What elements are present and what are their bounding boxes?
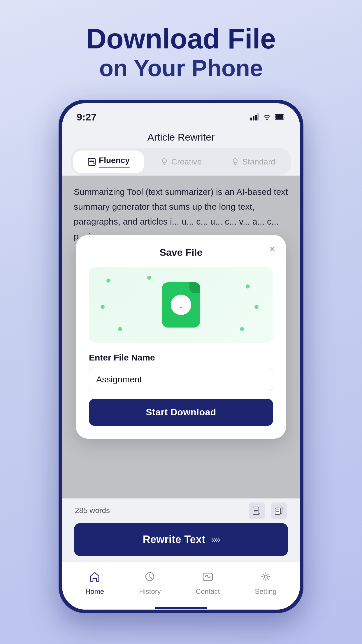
- rewrite-chevrons-icon: »»: [211, 534, 219, 545]
- content-area: Summarizing Tool (text summarizer) is an…: [62, 176, 300, 498]
- nav-contact-label: Contact: [196, 587, 220, 596]
- nav-setting[interactable]: Setting: [255, 569, 277, 596]
- home-indicator: [62, 606, 300, 610]
- svg-rect-3: [257, 113, 259, 120]
- download-action-icon[interactable]: [249, 503, 265, 519]
- status-icons: [250, 113, 285, 120]
- page-title-sub: on Your Phone: [59, 54, 303, 82]
- rewrite-text-button[interactable]: Rewrite Text »»: [74, 523, 288, 556]
- bottom-nav: Home History: [62, 561, 300, 606]
- file-name-input[interactable]: [89, 368, 273, 391]
- tab-fluency-label: Fluency: [99, 156, 130, 165]
- dot-2: [147, 276, 151, 280]
- setting-nav-icon: [258, 569, 274, 584]
- dot-3: [246, 284, 250, 288]
- tabs-inner: Fluency Creative: [71, 148, 291, 176]
- modal-overlay: Save File ×: [62, 176, 300, 498]
- dot-1: [106, 279, 110, 283]
- home-bar: [155, 607, 207, 609]
- save-file-modal: Save File ×: [76, 235, 286, 439]
- rewrite-btn-label: Rewrite Text: [143, 533, 205, 546]
- page-title-main: Download File: [59, 23, 303, 54]
- status-bar: 9:27: [62, 103, 300, 126]
- svg-point-4: [266, 119, 268, 120]
- svg-rect-0: [250, 118, 252, 120]
- download-circle: ↓: [171, 295, 191, 315]
- phone-screen: 9:27: [62, 103, 300, 610]
- dot-7: [240, 327, 244, 331]
- tab-standard-label: Standard: [242, 157, 275, 167]
- tab-creative-label: Creative: [171, 157, 202, 167]
- tab-fluency[interactable]: Fluency: [73, 150, 144, 173]
- file-name-label: Enter File Name: [89, 353, 273, 363]
- file-download-icon: ↓: [162, 282, 200, 328]
- nav-history[interactable]: History: [139, 569, 161, 596]
- tab-standard[interactable]: Standard: [218, 150, 289, 173]
- wifi-icon: [263, 113, 271, 120]
- battery-icon: [275, 114, 285, 120]
- page-background: Download File on Your Phone 9:27: [59, 0, 303, 613]
- dot-6: [118, 327, 122, 331]
- svg-rect-6: [275, 115, 283, 119]
- signal-icon: [250, 113, 259, 120]
- modal-illustration: ↓: [89, 267, 273, 343]
- nav-home-label: Home: [85, 587, 104, 596]
- tab-creative[interactable]: Creative: [145, 150, 217, 173]
- phone-device: 9:27: [59, 100, 303, 613]
- contact-nav-icon: [200, 569, 216, 584]
- action-icons: [249, 503, 287, 519]
- words-count: 285 words: [75, 506, 110, 515]
- download-arrow-icon: ↓: [178, 299, 184, 311]
- nav-history-label: History: [139, 587, 161, 596]
- svg-point-12: [233, 159, 237, 163]
- nav-home[interactable]: Home: [85, 569, 104, 596]
- modal-close-button[interactable]: ×: [269, 244, 275, 254]
- home-nav-icon: [87, 569, 103, 584]
- svg-point-11: [162, 159, 166, 163]
- dot-5: [254, 305, 259, 309]
- app-title: Article Rewriter: [147, 132, 215, 143]
- svg-rect-2: [255, 115, 257, 120]
- nav-setting-label: Setting: [255, 587, 277, 596]
- copy-action-icon[interactable]: [271, 503, 287, 519]
- nav-contact[interactable]: Contact: [196, 569, 220, 596]
- bottom-bar: 285 words: [62, 498, 300, 561]
- start-download-button[interactable]: Start Download: [89, 399, 273, 426]
- dot-4: [101, 305, 105, 309]
- status-time: 9:27: [77, 111, 96, 123]
- history-nav-icon: [142, 569, 158, 584]
- tabs-container: Fluency Creative: [62, 148, 300, 176]
- page-header: Download File on Your Phone: [59, 23, 303, 82]
- modal-title: Save File: [89, 247, 273, 258]
- words-row: 285 words: [74, 503, 288, 519]
- svg-rect-1: [253, 116, 254, 120]
- app-header: Article Rewriter: [62, 126, 300, 148]
- svg-point-23: [264, 575, 267, 578]
